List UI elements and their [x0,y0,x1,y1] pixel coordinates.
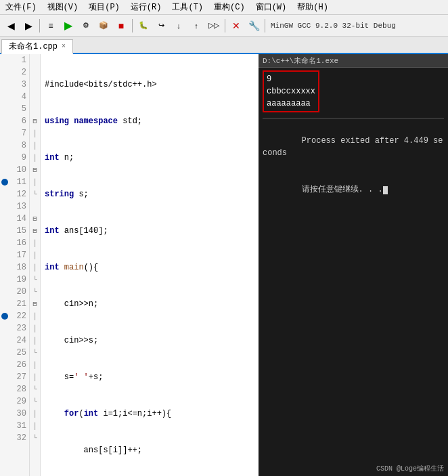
ln-30: 30 [9,408,29,420]
code-line-9: s=' '+s; [43,371,259,383]
fold-6[interactable]: ⊟ [30,115,40,127]
ln-22: 22 [9,310,29,322]
code-lines[interactable]: #include<bits/stdc++.h> using namespace … [41,54,259,476]
menu-tools[interactable]: 工具(T) [169,1,206,13]
bp-22[interactable] [0,310,9,322]
ln-10: 10 [9,164,29,176]
run-button[interactable]: ▶ [60,18,76,34]
step-into-button[interactable]: ↓ [171,18,187,34]
step-out-button[interactable]: ↑ [188,18,204,34]
fold-15[interactable]: ⊟ [30,225,40,237]
fold-29: └ [30,395,40,408]
bp-9 [0,152,9,164]
stop-debug-button[interactable]: ✕ [228,18,244,34]
bp-29 [0,395,9,408]
fold-5 [30,103,40,115]
menu-run[interactable]: 运行(R) [128,1,164,13]
forward-button[interactable]: ▶ [20,18,37,34]
breakpoint-column [0,54,9,476]
code-line-2: using namespace std; [43,115,259,127]
ln-14: 14 [9,213,29,225]
build-button[interactable]: 📦 [95,18,112,34]
terminal-output-box: 9 cbbccxxxxx aaaaaaaaa [263,70,319,112]
bp-11[interactable] [0,176,9,188]
ln-19: 19 [9,274,29,286]
fold-22: │ [30,310,40,322]
menu-window[interactable]: 窗口(W) [253,1,290,13]
bp-27 [0,371,9,383]
code-line-5: int ans[140]; [43,225,259,237]
bp-16 [0,237,9,249]
fold-9: │ [30,152,40,164]
terminal-output-line-3: aaaaaaaaa [267,98,315,110]
back-button[interactable]: ◀ [3,18,19,34]
terminal-titlebar: D:\c++\未命名1.exe [259,54,448,68]
terminal-title: D:\c++\未命名1.exe [263,56,338,66]
bp-5 [0,103,9,115]
addon-button[interactable]: 🔧 [246,18,262,34]
separator-4 [265,19,265,33]
ln-13: 13 [9,200,29,213]
fold-19: └ [30,274,40,286]
bp-25 [0,347,9,359]
ln-21: 21 [9,298,29,310]
tab-close-btn[interactable]: × [62,43,66,50]
menu-file[interactable]: 文件(F) [3,1,39,13]
continue-button[interactable]: ▷▷ [206,18,222,34]
ln-26: 26 [9,359,29,371]
step-over-button[interactable]: ↪ [153,18,169,34]
bp-12 [0,188,9,200]
bp-18 [0,261,9,274]
tab-main-file[interactable]: 未命名1.cpp × [1,39,73,54]
menubar: 文件(F) 视图(V) 项目(P) 运行(R) 工具(T) 重构(C) 窗口(W… [0,0,448,15]
fold-30: │ [30,408,40,420]
fold-13 [30,200,40,213]
compiler-label: MinGW GCC 9.2.0 32-bit Debug [271,22,396,30]
bp-4 [0,91,9,103]
fold-16: │ [30,237,40,249]
fold-1 [30,54,40,66]
fold-10[interactable]: ⊟ [30,164,40,176]
separator-3 [225,19,225,33]
stop-button[interactable]: ■ [113,18,129,34]
code-line-4: string s; [43,188,259,200]
bp-8 [0,139,9,152]
bp-23 [0,322,9,334]
main-area: 1 2 3 4 5 6 7 8 9 10 11 12 13 14 15 16 1… [0,54,448,476]
bp-19 [0,274,9,286]
ln-29: 29 [9,395,29,408]
terminal-output-line-1: 9 [267,73,315,85]
ln-16: 16 [9,237,29,249]
debug-button[interactable]: 🐛 [135,18,152,34]
format-button[interactable]: ≡ [43,18,59,34]
fold-12: └ [30,188,40,200]
code-line-8: cin>>s; [43,334,259,347]
terminal-content: 9 cbbccxxxxx aaaaaaaaa Process exited af… [259,68,448,211]
ln-5: 5 [9,103,29,115]
ln-18: 18 [9,261,29,274]
fold-2 [30,66,40,79]
bp-31 [0,420,9,432]
fold-4 [30,91,40,103]
menu-help[interactable]: 帮助(H) [294,1,331,13]
terminal-process-line: Process exited after 4.449 seconds [263,123,444,171]
code-line-3: int n; [43,152,259,164]
bp-20 [0,286,9,298]
fold-31: │ [30,420,40,432]
fold-14[interactable]: ⊟ [30,213,40,225]
fold-27: │ [30,371,40,383]
menu-refactor[interactable]: 重构(C) [211,1,248,13]
menu-view[interactable]: 视图(V) [45,1,81,13]
bp-26 [0,359,9,371]
ln-11: 11 [9,176,29,188]
separator-2 [132,19,133,33]
menu-project[interactable]: 项目(P) [86,1,122,13]
fold-32: └ [30,432,40,444]
fold-7: │ [30,127,40,139]
fold-21[interactable]: ⊟ [30,298,40,310]
fold-24: │ [30,334,40,347]
cursor [383,186,388,194]
code-line-1: #include<bits/stdc++.h> [43,79,259,91]
compile-button[interactable]: ⚙ [78,18,94,34]
terminal-panel: D:\c++\未命名1.exe 9 cbbccxxxxx aaaaaaaaa P… [259,54,448,476]
